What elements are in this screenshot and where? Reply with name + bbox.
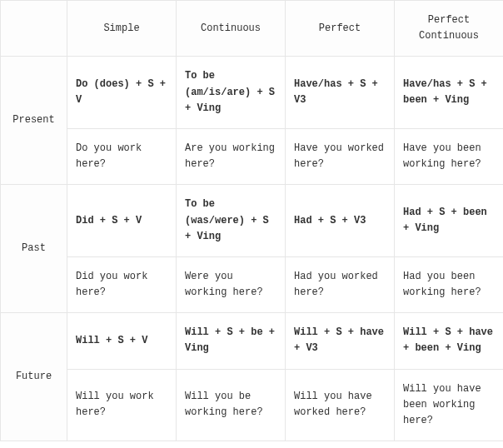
formula-cell: Do (does) + S + V <box>67 57 177 129</box>
col-header-simple: Simple <box>67 1 177 57</box>
example-cell: Had you been working here? <box>395 256 504 312</box>
example-cell: Have you worked here? <box>286 128 395 184</box>
table-row: Present Do (does) + S + V To be (am/is/a… <box>1 57 504 129</box>
formula-cell: Have/has + S + V3 <box>286 57 395 129</box>
col-header-perfect: Perfect <box>286 1 395 57</box>
row-header-present: Present <box>1 57 67 185</box>
table-row: Future Will + S + V Will + S + be + Ving… <box>1 313 504 369</box>
example-cell: Will you have worked here? <box>286 369 395 441</box>
example-cell: Did you work here? <box>67 256 177 312</box>
example-cell: Have you been working here? <box>395 128 504 184</box>
example-cell: Had you worked here? <box>286 256 395 312</box>
table-row: Do you work here? Are you working here? … <box>1 128 504 184</box>
formula-cell: To be (was/were) + S + Ving <box>177 185 286 257</box>
example-cell: Will you have been working here? <box>395 369 504 441</box>
col-header-continuous: Continuous <box>177 1 286 57</box>
example-cell: Were you working here? <box>177 256 286 312</box>
row-header-past: Past <box>1 185 67 313</box>
col-header-perfect-continuous: Perfect Continuous <box>395 1 504 57</box>
example-cell: Do you work here? <box>67 128 177 184</box>
formula-cell: Will + S + be + Ving <box>177 313 286 369</box>
example-cell: Will you work here? <box>67 369 177 441</box>
table-row: Did you work here? Were you working here… <box>1 256 504 312</box>
table-row: Past Did + S + V To be (was/were) + S + … <box>1 185 504 257</box>
row-header-future: Future <box>1 313 67 441</box>
header-row: Simple Continuous Perfect Perfect Contin… <box>1 1 504 57</box>
tense-table: Simple Continuous Perfect Perfect Contin… <box>0 0 503 441</box>
formula-cell: Will + S + have + been + Ving <box>395 313 504 369</box>
formula-cell: Will + S + V <box>67 313 177 369</box>
formula-cell: Have/has + S + been + Ving <box>395 57 504 129</box>
formula-cell: To be (am/is/are) + S + Ving <box>177 57 286 129</box>
formula-cell: Had + S + been + Ving <box>395 185 504 257</box>
formula-cell: Did + S + V <box>67 185 177 257</box>
example-cell: Are you working here? <box>177 128 286 184</box>
example-cell: Will you be working here? <box>177 369 286 441</box>
corner-cell <box>1 1 67 57</box>
formula-cell: Had + S + V3 <box>286 185 395 257</box>
table-row: Will you work here? Will you be working … <box>1 369 504 441</box>
formula-cell: Will + S + have + V3 <box>286 313 395 369</box>
